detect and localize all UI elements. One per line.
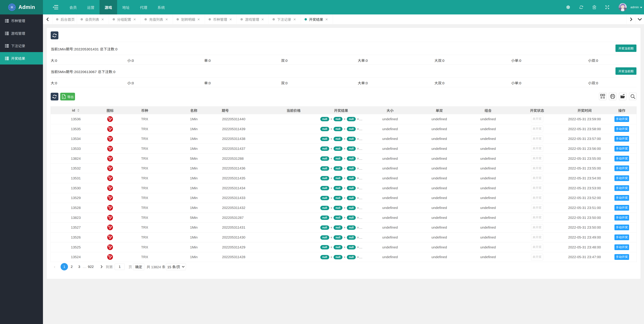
svg-text:x: x — [63, 96, 64, 98]
